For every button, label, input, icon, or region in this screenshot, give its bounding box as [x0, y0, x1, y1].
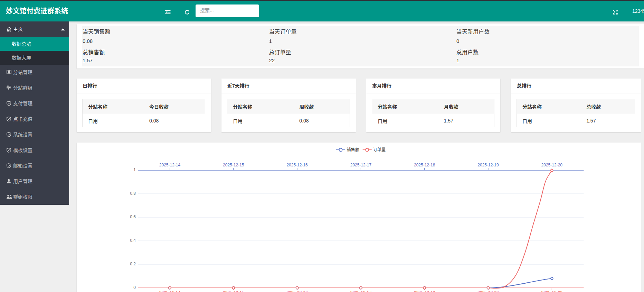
svg-text:2025-12-14: 2025-12-14	[159, 163, 181, 167]
svg-text:2025-12-16: 2025-12-16	[286, 163, 308, 167]
svg-text:0.2: 0.2	[130, 262, 136, 266]
svg-text:2025-12-19: 2025-12-19	[477, 163, 499, 167]
svg-text:0: 0	[133, 285, 136, 290]
svg-text:2025-12-16: 2025-12-16	[286, 290, 308, 292]
svg-text:销售额: 销售额	[347, 147, 359, 152]
svg-text:2025-12-17: 2025-12-17	[350, 163, 372, 167]
svg-text:2025-12-20: 2025-12-20	[541, 290, 563, 292]
svg-text:2025-12-20: 2025-12-20	[541, 163, 563, 167]
svg-text:2025-12-17: 2025-12-17	[350, 290, 372, 292]
svg-text:0.6: 0.6	[130, 215, 136, 219]
svg-text:2025-12-19: 2025-12-19	[477, 290, 499, 292]
svg-text:2025-12-15: 2025-12-15	[223, 290, 244, 292]
svg-text:2025-12-14: 2025-12-14	[159, 290, 181, 292]
svg-text:1: 1	[133, 167, 136, 172]
svg-text:0.8: 0.8	[130, 191, 136, 196]
svg-text:0.4: 0.4	[130, 238, 136, 243]
svg-text:2025-12-18: 2025-12-18	[414, 290, 435, 292]
svg-text:2025-12-18: 2025-12-18	[414, 163, 435, 167]
svg-text:订单量: 订单量	[373, 147, 386, 152]
svg-text:2025-12-15: 2025-12-15	[223, 163, 244, 167]
